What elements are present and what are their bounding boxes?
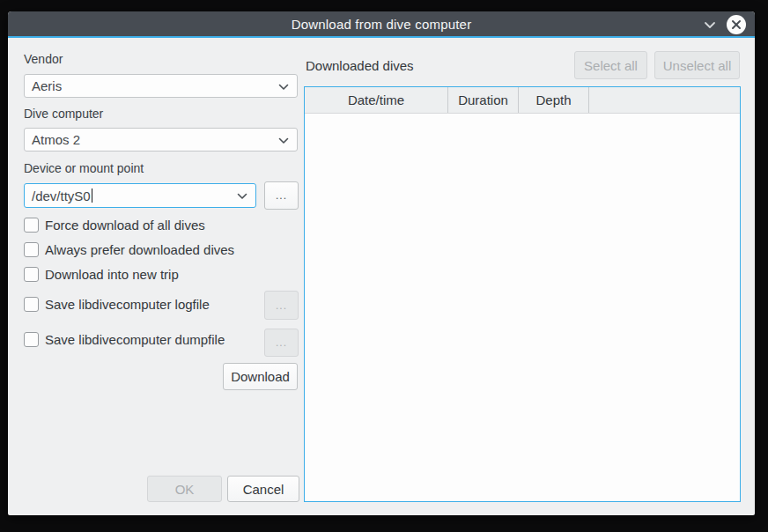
downloaded-dives-table: Date/time Duration Depth bbox=[304, 86, 741, 502]
table-header-duration[interactable]: Duration bbox=[448, 87, 519, 113]
window-title: Download from dive computer bbox=[292, 17, 472, 32]
chevron-down-icon bbox=[278, 84, 289, 91]
table-header-depth[interactable]: Depth bbox=[519, 87, 589, 113]
downloaded-dives-label: Downloaded dives bbox=[306, 58, 414, 73]
select-all-button: Select all bbox=[574, 51, 647, 79]
checkbox-row-save-dumpfile[interactable]: Save libdivecomputer dumpfile bbox=[24, 332, 225, 347]
table-header-datetime[interactable]: Date/time bbox=[305, 87, 448, 113]
checkbox-label: Force download of all dives bbox=[45, 218, 205, 233]
checkbox-label: Always prefer downloaded dives bbox=[45, 242, 234, 257]
shade-window-button[interactable] bbox=[704, 21, 716, 29]
chevron-down-icon bbox=[278, 137, 289, 144]
checkbox-row-force-download[interactable]: Force download of all dives bbox=[24, 218, 205, 233]
new-trip-checkbox[interactable] bbox=[24, 267, 39, 282]
unselect-all-button: Unselect all bbox=[654, 51, 740, 79]
chevron-down-icon bbox=[704, 21, 716, 29]
checkbox-row-save-logfile[interactable]: Save libdivecomputer logfile bbox=[24, 297, 210, 312]
logfile-browse-button: ... bbox=[264, 291, 299, 320]
device-label: Device or mount point bbox=[24, 161, 144, 175]
close-icon bbox=[731, 19, 742, 30]
table-body-empty bbox=[305, 114, 740, 500]
checkbox-label: Save libdivecomputer logfile bbox=[45, 297, 210, 312]
ok-button: OK bbox=[147, 476, 222, 502]
cancel-button[interactable]: Cancel bbox=[227, 476, 299, 502]
vendor-label: Vendor bbox=[24, 52, 63, 66]
checkbox-label: Download into new trip bbox=[45, 267, 179, 282]
save-logfile-checkbox[interactable] bbox=[24, 297, 39, 312]
download-dialog-window: Download from dive computer Vendor Aeris… bbox=[8, 11, 755, 515]
table-header-row: Date/time Duration Depth bbox=[305, 87, 740, 114]
prefer-downloaded-checkbox[interactable] bbox=[24, 242, 39, 257]
vendor-value: Aeris bbox=[32, 78, 62, 93]
device-value: /dev/ttyS0 bbox=[32, 188, 91, 203]
force-download-checkbox[interactable] bbox=[24, 218, 39, 233]
checkbox-row-prefer-downloaded[interactable]: Always prefer downloaded dives bbox=[24, 242, 234, 257]
dive-computer-label: Dive computer bbox=[24, 107, 103, 121]
table-header-blank[interactable] bbox=[589, 87, 740, 113]
text-cursor bbox=[92, 188, 92, 203]
checkbox-label: Save libdivecomputer dumpfile bbox=[45, 332, 225, 347]
checkbox-row-new-trip[interactable]: Download into new trip bbox=[24, 267, 179, 282]
dive-computer-select[interactable]: Atmos 2 bbox=[24, 128, 298, 151]
dive-computer-value: Atmos 2 bbox=[32, 132, 80, 147]
device-browse-button[interactable]: ... bbox=[264, 181, 299, 210]
device-input[interactable]: /dev/ttyS0 bbox=[24, 183, 256, 208]
chevron-down-icon bbox=[237, 193, 247, 200]
titlebar: Download from dive computer bbox=[8, 11, 755, 38]
close-button[interactable] bbox=[727, 15, 746, 34]
vendor-select[interactable]: Aeris bbox=[24, 74, 298, 98]
dumpfile-browse-button: ... bbox=[264, 329, 299, 357]
download-button[interactable]: Download bbox=[223, 363, 298, 390]
save-dumpfile-checkbox[interactable] bbox=[24, 332, 39, 347]
